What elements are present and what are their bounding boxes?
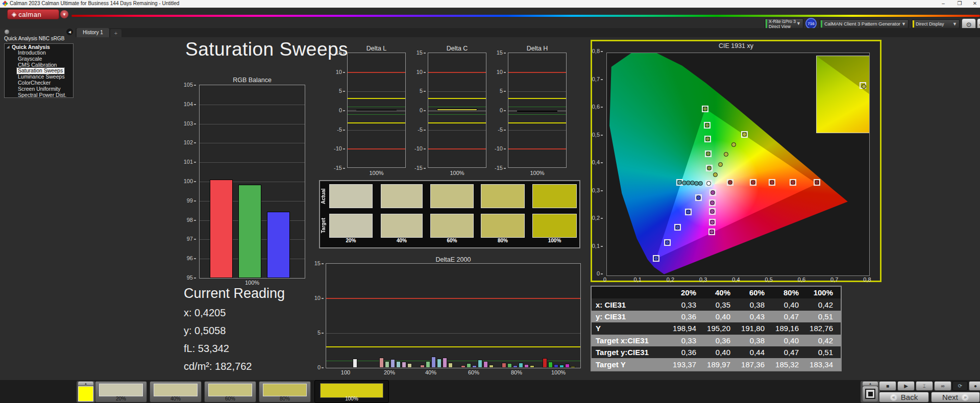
play-icon[interactable]: ▶ <box>897 381 915 391</box>
table-row-label: Target x:CIE31 <box>592 336 668 345</box>
cie-xtick: 0,2 <box>663 276 679 283</box>
deltae-xlabel: 80% <box>505 369 528 375</box>
table-cell: 185,32 <box>771 360 805 369</box>
table-cell: 0,51 <box>805 312 839 321</box>
interval-icon[interactable]: ⌶ <box>916 381 933 391</box>
table-row-label: Target Y <box>592 360 668 369</box>
deltae-group <box>539 264 579 368</box>
limit-line <box>508 114 566 115</box>
table-cell: 0,40 <box>702 312 737 321</box>
deltae-bar <box>543 358 547 368</box>
deltae-bar <box>379 358 384 368</box>
cie-ytick: 0,3 <box>586 187 603 193</box>
rgb-ytick: 102 <box>178 139 196 145</box>
table-header-row: 20%40%60%80%100% <box>592 287 841 298</box>
table-cell: 182,76 <box>805 324 839 333</box>
delta_l-ytick: 10 <box>328 69 345 75</box>
delta_l-bar <box>356 110 397 111</box>
cie-xtick: 0,8 <box>859 276 875 283</box>
table-row: y: CIE310,360,400,430,470,51 <box>592 311 841 322</box>
delta_h-ytick: 10 <box>488 69 506 75</box>
rgb-ytick: 98 <box>178 217 196 223</box>
sidebar-item-spectral-power-dist-[interactable]: Spectral Power Dist. <box>5 92 73 98</box>
pattern-label: 100% <box>315 396 388 401</box>
gridline <box>200 105 305 105</box>
next-button[interactable]: Next » <box>931 392 980 402</box>
deltae-bar <box>524 364 529 368</box>
table-cell: 0,43 <box>737 312 771 321</box>
source-dropdown[interactable]: CalMAN Client 3 Pattern Generator ▼ <box>820 19 909 29</box>
back-icon: « <box>890 394 897 401</box>
deltae-bar <box>385 361 389 368</box>
table-cell: 0,36 <box>668 312 702 321</box>
tree-root-quick-analysis[interactable]: ◢ Quick Analysis <box>5 44 73 50</box>
meter-count-badge: 716 <box>805 18 817 29</box>
table-cell: 0,51 <box>805 348 839 357</box>
cie-measured-marker <box>710 190 715 195</box>
deltae-ytick: 5 <box>306 330 324 336</box>
deltae-xlabel: 100% <box>547 369 570 375</box>
chevron-down-icon: ▼ <box>796 21 801 26</box>
deltae-group <box>376 264 415 368</box>
pattern-preview-chevron-up-icon[interactable]: ▲ <box>78 382 93 386</box>
pattern-button-100%[interactable]: 100% <box>314 380 389 403</box>
stop-icon[interactable]: ■ <box>879 381 896 391</box>
deltae-bar <box>571 366 575 368</box>
sidebar-collapse-icon[interactable]: ◀ <box>66 29 73 35</box>
swatch-col-label: 80% <box>492 238 514 243</box>
next-icon: » <box>962 394 969 401</box>
table-cell: 198,94 <box>668 324 702 333</box>
cie-measured-marker <box>705 123 709 128</box>
pattern-button-40%[interactable]: 40% <box>150 381 202 402</box>
pattern-label: 60% <box>205 396 256 401</box>
sidebar-item-screen-uniformity[interactable]: Screen Uniformity <box>5 86 73 92</box>
minimize-icon[interactable]: – <box>937 0 949 7</box>
pattern-swatch <box>208 384 252 396</box>
maximize-icon[interactable]: ❐ <box>953 0 966 7</box>
gridline <box>348 91 405 92</box>
record-icon[interactable]: ● <box>969 381 980 391</box>
delta_c-bar <box>437 109 477 111</box>
deltae-bar <box>390 359 395 368</box>
deltae-bar <box>502 363 506 368</box>
tab-history-1[interactable]: History 1 <box>77 28 109 37</box>
back-button[interactable]: « Back <box>879 392 929 402</box>
calman-menu-chevron-down-icon[interactable]: ▼ <box>60 10 68 18</box>
sync-icon[interactable]: ⟳ <box>952 381 968 391</box>
pattern-swatch <box>99 384 143 396</box>
rgb-ytick: 101 <box>178 159 196 165</box>
delta_h-ytick: -10 <box>488 145 506 152</box>
pattern-button-80%[interactable]: 80% <box>259 381 311 402</box>
source-name: CalMAN Client 3 Pattern Generator <box>824 21 900 27</box>
current-reading-fl: fL: 53,342 <box>184 343 229 355</box>
pattern-window-chevron-up-icon[interactable]: ▲ <box>863 382 878 386</box>
display-control-dropdown[interactable]: Direct Display Control ▼ <box>912 19 960 29</box>
table-cell: 0,40 <box>771 336 805 345</box>
meter-dropdown[interactable]: X-Rite i1Pro 3 Direct View ▼ <box>765 18 803 29</box>
table-header-cell: 80% <box>771 288 805 297</box>
pattern-button-20%[interactable]: 20% <box>95 381 147 402</box>
table-cell: 183,34 <box>805 360 839 369</box>
table-cell: 193,37 <box>668 360 702 369</box>
delta_h-ytick: -5 <box>488 127 506 133</box>
close-icon[interactable]: ✕ <box>969 0 980 7</box>
pattern-button-60%[interactable]: 60% <box>204 381 256 402</box>
tree-expand-icon: ◢ <box>7 44 9 50</box>
infinity-icon[interactable]: ∞ <box>934 381 951 391</box>
add-tab-button[interactable]: + <box>110 29 121 37</box>
rgb-ytick: 96 <box>178 255 196 261</box>
limit-line <box>428 72 486 73</box>
deltae-bar <box>507 363 512 368</box>
limit-line <box>508 122 566 123</box>
sidebar-item-colorchecker[interactable]: ColorChecker <box>5 80 73 86</box>
sidebar-dot-button[interactable] <box>5 30 9 34</box>
swatch-target-20% <box>329 214 373 238</box>
rgb-ytick: 95 <box>178 274 196 281</box>
deltae-bar <box>407 363 412 368</box>
pattern-window-button[interactable] <box>863 386 878 401</box>
delta_h-xlabel: 100% <box>508 170 567 176</box>
deltae-xlabel: 20% <box>378 369 401 375</box>
deltae-bar <box>402 362 406 368</box>
calman-menu-button[interactable]: ◈ calman <box>7 9 59 19</box>
sidebar-item-grayscale[interactable]: Grayscale <box>5 56 73 62</box>
